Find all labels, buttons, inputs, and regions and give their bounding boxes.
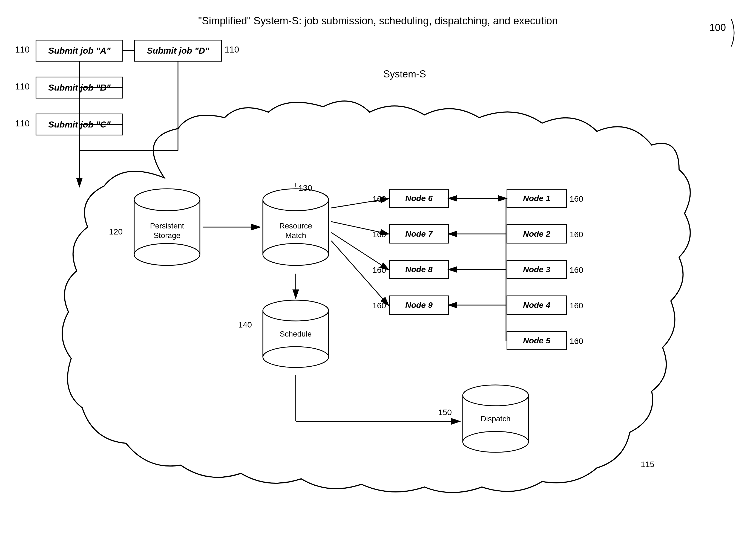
- bracket-100-icon: [707, 16, 740, 49]
- ref-160-n8: 160: [372, 266, 386, 275]
- svg-point-3: [134, 244, 200, 266]
- diagram-title: "Simplified" System-S: job submission, s…: [198, 15, 558, 27]
- ref-110-d: 110: [225, 44, 239, 55]
- ref-160-n2: 160: [570, 230, 583, 239]
- node8-box: Node 8: [389, 260, 449, 279]
- ref-160-n5: 160: [570, 337, 583, 346]
- job-d-box: Submit job "D": [134, 40, 222, 61]
- ref-110-a: 110: [15, 44, 30, 55]
- node5-box: Node 5: [507, 331, 567, 350]
- ref-140: 140: [238, 320, 252, 330]
- cloud-shape: [55, 96, 698, 498]
- schedule-cylinder: Schedule: [260, 298, 331, 375]
- ref-160-n6: 160: [372, 194, 386, 203]
- resource-match-cylinder: Resource Match: [260, 186, 331, 273]
- ref-120: 120: [109, 227, 123, 236]
- node3-box: Node 3: [507, 260, 567, 279]
- ref-150: 150: [438, 408, 452, 417]
- svg-text:Storage: Storage: [153, 231, 180, 240]
- svg-point-17: [463, 385, 528, 406]
- dispatch-cylinder: Dispatch: [460, 383, 531, 460]
- svg-point-9: [263, 244, 329, 266]
- svg-point-20: [463, 431, 528, 452]
- ref-160-n7: 160: [372, 230, 386, 239]
- ref-160-n3: 160: [570, 266, 583, 275]
- ref-160-n9: 160: [372, 301, 386, 310]
- svg-point-6: [263, 189, 329, 211]
- svg-point-0: [134, 189, 200, 211]
- ref-130: 130: [299, 183, 312, 193]
- diagram-container: "Simplified" System-S: job submission, s…: [0, 0, 756, 539]
- svg-text:Persistent: Persistent: [150, 222, 184, 230]
- svg-text:Dispatch: Dispatch: [481, 415, 511, 423]
- system-s-label: System-S: [383, 68, 426, 80]
- node7-box: Node 7: [389, 224, 449, 244]
- ref-160-n4: 160: [570, 301, 583, 310]
- persistent-storage-cylinder: Persistent Storage: [132, 186, 203, 273]
- node1-box: Node 1: [507, 189, 567, 208]
- svg-point-15: [263, 346, 329, 367]
- ref-110-c: 110: [15, 118, 30, 128]
- node2-box: Node 2: [507, 224, 567, 244]
- svg-text:Match: Match: [285, 231, 306, 240]
- node9-box: Node 9: [389, 295, 449, 315]
- svg-text:Resource: Resource: [279, 222, 312, 230]
- ref-115: 115: [641, 460, 654, 469]
- job-a-box: Submit job "A": [36, 40, 123, 61]
- ref-110-b: 110: [15, 82, 30, 92]
- ref-160-n1: 160: [570, 194, 583, 203]
- node4-box: Node 4: [507, 295, 567, 315]
- svg-point-12: [263, 300, 329, 321]
- node6-box: Node 6: [389, 189, 449, 208]
- svg-text:Schedule: Schedule: [280, 330, 312, 338]
- job-b-box: Submit job "B": [36, 77, 123, 99]
